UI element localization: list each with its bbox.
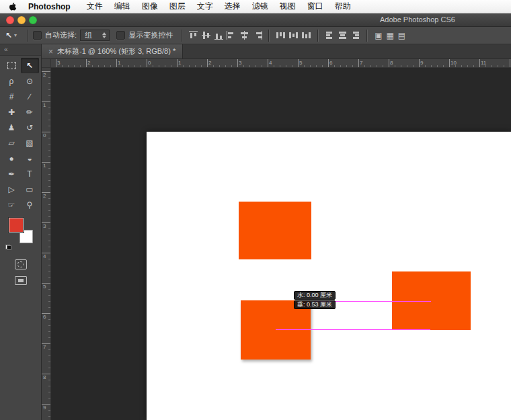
blur-icon: ● [9,155,13,163]
ruler-number: 3 [43,224,46,229]
history-brush-tool[interactable]: ↺ [21,120,39,135]
align-right-edges-button[interactable] [252,31,262,40]
tool-grid: ↖ ρ ⊙ # ∕ ✚ ✏ ♟ ↺ ▱ ▧ ● ◒ ✒ T ▷ ▭ ☞ ⚲ [0,58,41,212]
ruler-number: 2 [208,60,211,66]
menu-view[interactable]: 视图 [280,1,296,12]
tool-preset-picker[interactable]: ↖ ▾ [0,31,22,40]
zoom-icon: ⚲ [27,201,33,209]
window-title: Adobe Photoshop CS6 [380,15,455,24]
show-transform-checkbox[interactable] [116,31,125,40]
quick-selection-tool[interactable]: ⊙ [21,73,39,89]
ruler-number: 10 [450,60,457,66]
pen-tool[interactable]: ✒ [3,166,21,181]
align-left-edges-button[interactable] [227,31,237,40]
dropdown-arrows-icon [102,32,106,38]
distribute-horizontal-centers-button[interactable] [338,31,348,40]
path-selection-icon: ▷ [8,185,14,194]
menu-layer[interactable]: 图层 [169,1,186,12]
3d-mode-button[interactable]: ▦ [386,31,393,40]
distribute-left-edges-button[interactable] [325,31,335,40]
color-swatches [7,218,34,243]
clone-stamp-icon: ♟ [8,124,15,132]
close-window-button[interactable] [6,16,14,24]
ruler-number: 9 [420,60,423,66]
lasso-icon: ρ [9,77,14,85]
menu-edit[interactable]: 编辑 [114,1,130,12]
distribute-right-edges-button[interactable] [350,31,360,40]
canvas-area[interactable]: 水: 0.00 厘米 垂: 0.53 厘米 [51,68,511,420]
brush-icon: ✏ [26,108,33,116]
type-tool[interactable]: T [21,166,39,181]
distribute-vertical-centers-button[interactable] [288,31,299,40]
ruler-number: 5 [299,60,302,66]
menu-image[interactable]: 图像 [142,1,158,12]
ruler-number: 1 [178,60,181,66]
horizontal-ruler[interactable]: 3 2 1 0 1 2 3 4 5 6 7 8 9 10 11 [51,59,511,68]
ruler-number: 1 [118,60,120,66]
ruler-number: 2 [43,194,46,199]
minimize-window-button[interactable] [17,16,26,24]
ruler-number: 11 [481,60,486,66]
close-tab-icon[interactable]: × [48,47,53,56]
menu-select[interactable]: 选择 [225,1,241,12]
window-titlebar[interactable]: Adobe Photoshop CS6 [0,13,511,27]
vertical-ruler[interactable]: 2 1 0 1 2 3 4 5 6 7 8 9 10 [42,68,51,420]
move-icon: ↖ [26,62,33,70]
eraser-tool[interactable]: ▱ [3,135,21,151]
auto-select-checkbox[interactable] [33,31,42,40]
healing-brush-tool[interactable]: ✚ [3,104,21,120]
path-selection-tool[interactable]: ▷ [3,181,21,197]
distribute-top-edges-button[interactable] [276,31,286,40]
rectangular-marquee-tool[interactable] [3,58,21,73]
crop-icon: # [9,93,14,101]
divider [366,30,368,42]
foreground-color-swatch[interactable] [9,218,24,233]
hand-tool[interactable]: ☞ [3,197,21,212]
ruler-number: 8 [390,60,393,66]
zoom-window-button[interactable] [29,16,37,24]
lasso-tool[interactable]: ρ [3,73,21,89]
screen-mode-button[interactable] [15,276,27,285]
menubar-app-name[interactable]: Photoshop [28,2,71,11]
crop-tool[interactable]: # [3,89,21,104]
align-bottom-edges-button[interactable] [214,31,224,40]
collapse-panel-button[interactable]: « [0,44,41,56]
hand-icon: ☞ [8,201,15,209]
rectangle-shape-1[interactable] [239,202,311,259]
move-tool[interactable]: ↖ [21,58,39,73]
document-tab[interactable]: × 未标题-1 @ 160% (矩形 3, RGB/8) * [42,44,183,58]
3d-mode-button[interactable]: ▤ [398,31,405,40]
gradient-tool[interactable]: ▧ [21,135,39,151]
zoom-tool[interactable]: ⚲ [21,197,39,212]
brush-tool[interactable]: ✏ [21,104,39,120]
eyedropper-tool[interactable]: ∕ [21,89,39,104]
quick-mask-button[interactable] [15,259,27,269]
history-brush-icon: ↺ [26,124,33,132]
ruler-number: 3 [57,60,60,66]
ruler-origin-corner[interactable] [42,59,51,68]
menu-file[interactable]: 文件 [87,1,103,12]
pen-icon: ✒ [8,170,15,178]
move-distance-y: 垂: 0.53 厘米 [294,300,336,309]
align-horizontal-centers-button[interactable] [239,31,249,40]
auto-select-target-dropdown[interactable]: 组 [80,30,110,41]
blur-tool[interactable]: ● [3,151,21,166]
auto-align-layers-button[interactable]: ▣ [375,31,382,40]
default-colors-icon[interactable] [5,245,11,250]
quick-mask-icon [17,261,24,267]
apple-menu-icon[interactable] [8,1,17,11]
menu-type[interactable]: 文字 [197,1,213,12]
menu-window[interactable]: 窗口 [307,1,323,12]
ruler-number: 8 [43,375,46,380]
tools-panel: « ↖ ρ ⊙ # ∕ ✚ ✏ ♟ ↺ ▱ ▧ ● ◒ ✒ T ▷ ▭ ☞ ⚲ [0,44,42,420]
menu-help[interactable]: 帮助 [335,1,351,12]
rectangle-tool[interactable]: ▭ [21,181,39,197]
align-vertical-centers-button[interactable] [201,31,211,40]
distribute-bottom-edges-button[interactable] [301,31,311,40]
ruler-number: 5 [43,284,46,290]
align-top-edges-button[interactable] [188,31,198,40]
clone-stamp-tool[interactable]: ♟ [3,120,21,135]
menu-filter[interactable]: 滤镜 [252,1,268,12]
dodge-tool[interactable]: ◒ [21,151,39,166]
ruler-number: 2 [43,73,46,78]
